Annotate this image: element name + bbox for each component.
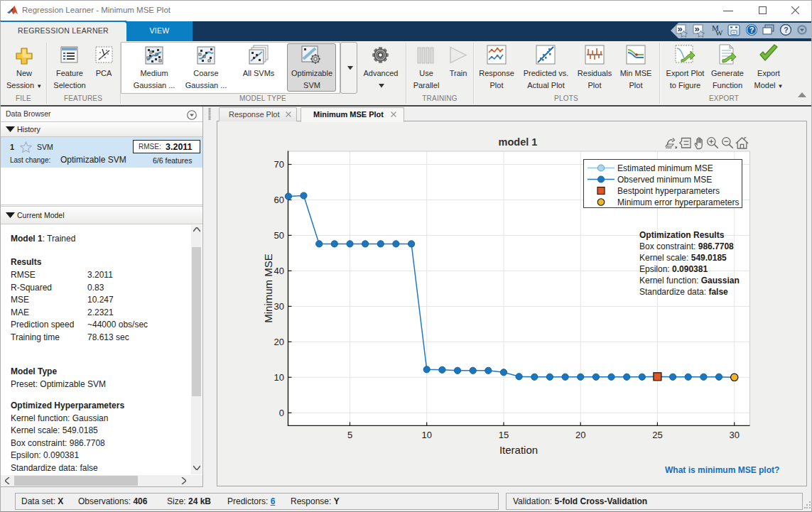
svg-text:25: 25 xyxy=(652,430,662,440)
svg-text:What is minimum MSE plot?: What is minimum MSE plot? xyxy=(665,465,779,475)
svg-text:W: W xyxy=(715,28,723,37)
svg-text:Kernel scale: 549.0185: Kernel scale: 549.0185 xyxy=(639,253,727,263)
svg-text:Optimization Results: Optimization Results xyxy=(639,230,725,240)
svg-text:Minimum MSE: Minimum MSE xyxy=(262,254,274,323)
svg-text:50: 50 xyxy=(274,230,284,241)
svg-text:40: 40 xyxy=(274,266,284,276)
svg-text:Bestpoint hyperparameters: Bestpoint hyperparameters xyxy=(617,186,720,196)
svg-text:15: 15 xyxy=(499,430,509,440)
svg-text:5: 5 xyxy=(347,430,352,440)
svg-text:30: 30 xyxy=(729,430,739,440)
svg-text:0: 0 xyxy=(279,408,284,418)
svg-text:Observed minimum MSE: Observed minimum MSE xyxy=(617,175,712,185)
svg-text:20: 20 xyxy=(575,430,585,440)
svg-text:Minimum error hyperparameters: Minimum error hyperparameters xyxy=(617,197,739,207)
svg-text:10: 10 xyxy=(274,372,284,383)
svg-text:Estimated minimum MSE: Estimated minimum MSE xyxy=(617,163,713,173)
svg-text:60: 60 xyxy=(274,195,284,205)
svg-text:70: 70 xyxy=(274,159,284,170)
svg-text:»: » xyxy=(695,24,700,34)
svg-text:?: ? xyxy=(784,26,788,34)
svg-text:Box constraint: 986.7708: Box constraint: 986.7708 xyxy=(639,241,734,251)
svg-text:Standardize data: false: Standardize data: false xyxy=(639,287,728,297)
svg-text:20: 20 xyxy=(274,337,284,347)
svg-text:Iteration: Iteration xyxy=(499,444,538,456)
svg-text:Epsilon: 0.090381: Epsilon: 0.090381 xyxy=(639,264,708,274)
svg-text:?: ? xyxy=(749,26,754,34)
svg-text:10: 10 xyxy=(421,430,431,440)
svg-text:model 1: model 1 xyxy=(499,136,538,148)
svg-text:Kernel function: Gaussian: Kernel function: Gaussian xyxy=(639,276,740,285)
svg-text:»: » xyxy=(678,24,683,34)
svg-text:30: 30 xyxy=(274,301,284,312)
